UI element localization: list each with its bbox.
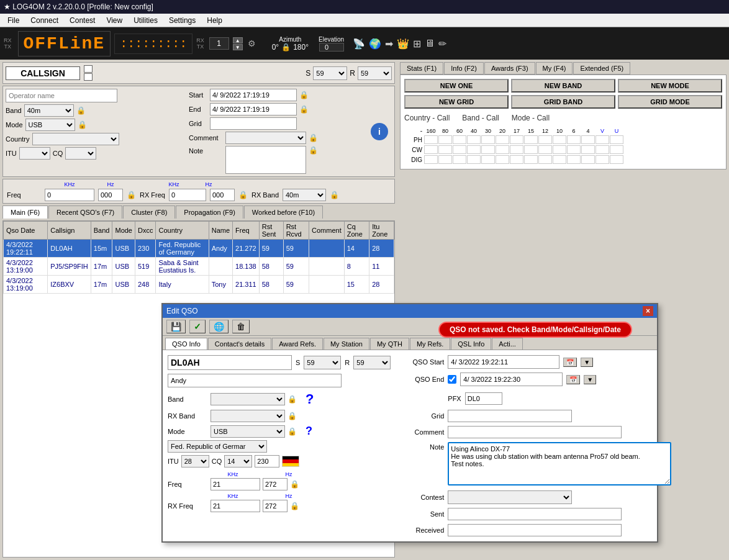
dialog-tab-refs[interactable]: My Refs. [410,338,450,350]
dialog-freq-hz[interactable] [263,478,288,490]
new-band-btn[interactable]: NEW BAND [511,79,615,93]
mode-lock[interactable]: 🔒 [78,120,87,129]
band-lock[interactable]: 🔒 [76,106,86,115]
dialog-freq-khz[interactable] [211,478,260,490]
dialog-tab-station[interactable]: My Station [324,338,369,350]
itu-select2[interactable] [19,147,50,160]
tab-extended[interactable]: Extended (F5) [573,62,630,75]
dialog-rxfreq-hz[interactable] [263,500,288,512]
rx-freq-lock[interactable]: 🔒 [238,191,248,199]
note-textarea[interactable] [225,146,306,174]
band-select[interactable]: 40m15m17m [24,104,74,117]
dialog-mode-select[interactable]: USB [211,425,285,438]
dialog-qso-end-input[interactable] [460,373,563,386]
s-select[interactable]: 595857 [313,66,347,80]
dialog-contest-select[interactable] [448,490,572,504]
dialog-tab-qsl[interactable]: QSL Info [451,338,491,350]
col-country[interactable]: Country [156,222,209,240]
col-rst-sent[interactable]: Rst Sent [259,222,283,240]
menu-file[interactable]: File [2,15,24,26]
new-grid-btn[interactable]: NEW GRID [404,95,509,109]
col-rst-rcvd[interactable]: Rst Rcvd [283,222,309,240]
start-lock[interactable]: 🔒 [299,91,309,99]
tab-awards[interactable]: Awards (F3) [484,62,535,75]
pen-icon[interactable]: ✏ [438,38,446,50]
spinner-down[interactable]: ▼ [233,44,243,50]
info-button[interactable]: i [371,123,388,140]
dialog-callsign-input[interactable] [168,355,292,370]
dialog-received-input[interactable] [448,524,622,536]
dialog-cq-select[interactable]: 14 [224,455,252,467]
cb2[interactable] [84,73,93,81]
tab-info[interactable]: Info (F2) [444,62,484,75]
freq-lock[interactable]: 🔒 [127,191,136,199]
r-select[interactable]: 595857 [358,66,392,80]
dialog-close-btn[interactable]: × [643,306,653,316]
dialog-rxfreq-lock[interactable]: 🔒 [290,502,299,510]
monitor-icon[interactable]: 🖥 [425,38,435,50]
qso-start-calendar[interactable]: 📅 [563,358,577,367]
table-row[interactable]: 4/3/2022 19:22:11DL0AH15mUSB230Fed. Repu… [4,240,394,258]
new-mode-btn[interactable]: NEW MODE [618,79,722,93]
dialog-tab-qth[interactable]: My QTH [370,338,409,350]
confirm-btn[interactable]: ✓ [189,320,206,333]
col-itu-zone[interactable]: Itu Zone [369,222,394,240]
dialog-note-textarea[interactable]: Using Alinco DX-77 He was using club sta… [448,442,671,485]
col-comment[interactable]: Comment [309,222,345,240]
elevation-input[interactable] [319,43,344,52]
comment-select[interactable] [225,132,306,144]
dialog-rxband-lock[interactable]: 🔒 [288,412,297,420]
note-lock[interactable]: 🔒 [309,146,318,155]
dialog-qso-end-check[interactable] [448,375,456,384]
menu-help[interactable]: Help [202,15,227,26]
globe-icon[interactable]: 🌍 [369,38,381,50]
dialog-country-select[interactable]: Fed. Republic of Germar [168,440,267,453]
save-disk-btn[interactable]: 💾 [166,320,186,333]
menu-view[interactable]: View [101,15,127,26]
dialog-freq-lock[interactable]: 🔒 [290,480,299,489]
arrow-icon[interactable]: ➡ [385,38,393,50]
col-freq[interactable]: Freq [233,222,260,240]
crown-icon[interactable]: 👑 [397,38,409,50]
spinner-up[interactable]: ▲ [233,37,243,43]
rx-freq-hz-input[interactable] [210,189,235,201]
grid-band-btn[interactable]: GRID BAND [511,95,615,109]
tab-stats[interactable]: Stats (F1) [400,62,443,75]
tab-cluster[interactable]: Cluster (F8) [123,205,175,219]
dialog-tab-contacts[interactable]: Contact's details [208,338,271,350]
tab-recent[interactable]: Recent QSO's (F7) [48,205,122,219]
dialog-sent-input[interactable] [448,508,622,520]
menu-utilities[interactable]: Utilities [129,15,163,26]
tab-propagation[interactable]: Propagation (F9) [176,205,243,219]
country-select[interactable] [32,133,119,145]
new-one-btn[interactable]: NEW ONE [404,79,509,93]
menu-settings[interactable]: Settings [164,15,201,26]
spinner-controls[interactable]: ▲ ▼ [233,37,243,50]
dialog-band-select[interactable] [211,393,285,405]
rx-freq-input[interactable] [169,189,206,201]
rx-band-select[interactable]: 40m [283,189,326,201]
qso-start-down[interactable]: ▼ [581,358,593,367]
end-lock[interactable]: 🔒 [299,105,309,114]
freq-hz-input[interactable] [98,189,123,201]
dialog-mode-lock[interactable]: 🔒 [288,427,297,436]
dialog-tab-qso-info[interactable]: QSO Info [165,338,207,350]
freq-input[interactable] [45,189,94,201]
grid-mode-btn[interactable]: GRID MODE [618,95,722,109]
delete-btn[interactable]: 🗑 [232,320,250,333]
cb1[interactable] [84,65,93,73]
col-mode[interactable]: Mode [112,222,135,240]
dialog-name-input[interactable] [168,374,342,387]
col-dxcc[interactable]: Dxcc [135,222,156,240]
operator-input[interactable] [6,89,117,102]
mode-select[interactable]: USBLSBCW [25,119,75,131]
dialog-rxfreq-khz[interactable] [211,500,260,512]
col-cq-zone[interactable]: Cq Zone [344,222,369,240]
end-input[interactable] [210,103,297,115]
dialog-band-lock[interactable]: 🔒 [288,395,297,404]
tab-main[interactable]: Main (F6) [2,205,48,219]
menu-contest[interactable]: Contest [65,15,100,26]
grid-icon[interactable]: ⊞ [413,38,421,50]
gear-icon[interactable]: ⚙ [248,38,256,48]
col-callsign[interactable]: Callsign [48,222,91,240]
